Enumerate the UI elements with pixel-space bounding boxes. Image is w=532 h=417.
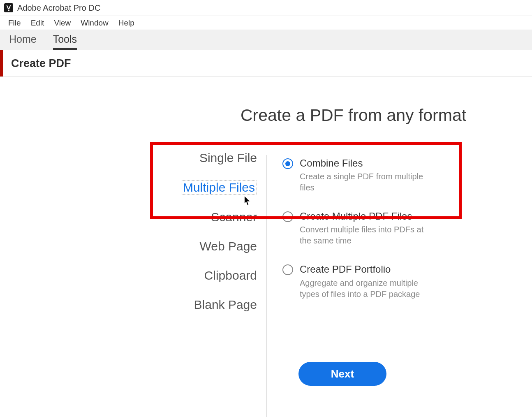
source-list: Single File Multiple Files Scanner Web P… — [156, 151, 265, 327]
radio-title: Combine Files — [300, 157, 463, 169]
radio-body: Create Multiple PDF Files Convert multip… — [300, 210, 463, 246]
source-multiple-files[interactable]: Multiple Files — [181, 180, 257, 195]
menu-view[interactable]: View — [49, 17, 76, 29]
source-scanner[interactable]: Scanner — [156, 210, 257, 224]
source-blank-page[interactable]: Blank Page — [156, 298, 257, 311]
next-button[interactable]: Next — [298, 362, 386, 386]
menu-edit[interactable]: Edit — [26, 17, 49, 29]
app-title: Adobe Acrobat Pro DC — [17, 3, 100, 13]
title-bar: Adobe Acrobat Pro DC — [0, 0, 532, 16]
radio-combine-files[interactable]: Combine Files Create a single PDF from m… — [282, 157, 463, 193]
radio-desc: Create a single PDF from multiple files — [300, 171, 431, 193]
source-clipboard[interactable]: Clipboard — [156, 269, 257, 282]
main-content: Create a PDF from any format Single File… — [0, 77, 532, 106]
page-heading: Create a PDF from any format — [241, 106, 466, 125]
tab-tools[interactable]: Tools — [53, 34, 77, 50]
radio-pdf-portfolio[interactable]: Create PDF Portfolio Aggregate and organ… — [282, 263, 463, 299]
radio-icon — [282, 158, 293, 169]
source-web-page[interactable]: Web Page — [156, 239, 257, 253]
options-area: Single File Multiple Files Scanner Web P… — [156, 151, 463, 327]
radio-icon — [282, 264, 293, 275]
radio-group: Combine Files Create a single PDF from m… — [265, 151, 463, 327]
radio-desc: Convert multiple files into PDFs at the … — [300, 224, 431, 246]
radio-body: Combine Files Create a single PDF from m… — [300, 157, 463, 193]
tab-strip: Home Tools — [0, 30, 532, 50]
menu-help[interactable]: Help — [113, 17, 139, 29]
source-single-file[interactable]: Single File — [156, 151, 257, 164]
tab-home[interactable]: Home — [9, 34, 37, 50]
radio-icon — [282, 211, 293, 222]
radio-title: Create Multiple PDF Files — [300, 210, 463, 222]
radio-title: Create PDF Portfolio — [300, 263, 463, 276]
radio-create-multiple[interactable]: Create Multiple PDF Files Convert multip… — [282, 210, 463, 246]
tool-header: Create PDF — [0, 50, 532, 77]
radio-desc: Aggregate and organize multiple types of… — [300, 278, 431, 300]
tool-accent — [0, 50, 3, 76]
menu-bar: File Edit View Window Help — [0, 16, 532, 30]
tool-title: Create PDF — [11, 57, 71, 70]
acrobat-icon — [4, 3, 13, 12]
menu-window[interactable]: Window — [76, 17, 113, 29]
menu-file[interactable]: File — [3, 17, 26, 29]
radio-body: Create PDF Portfolio Aggregate and organ… — [300, 263, 463, 299]
